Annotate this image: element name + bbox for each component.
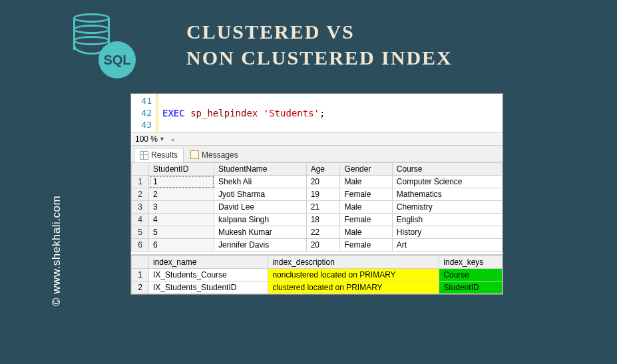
col-header[interactable]: index_keys: [439, 256, 503, 269]
results-tabs: Results Messages: [131, 146, 503, 162]
cell[interactable]: David Lee: [214, 201, 307, 214]
cell[interactable]: 4: [149, 214, 214, 226]
sql-editor[interactable]: 41 42 43 EXEC sp_helpindex 'Students';: [131, 94, 503, 133]
code-line: EXEC sp_helpindex 'Students';: [162, 107, 499, 119]
students-grid-wrap: StudentID StudentName Age Gender Course …: [131, 162, 503, 252]
cell[interactable]: kalpana Singh: [214, 214, 307, 226]
code-line: [162, 95, 499, 107]
cell[interactable]: 2: [149, 188, 214, 201]
code-text-area[interactable]: EXEC sp_helpindex 'Students';: [156, 94, 503, 132]
table-row[interactable]: 1 IX_Students_Course nonclustered locate…: [132, 269, 503, 281]
col-header[interactable]: index_name: [149, 256, 268, 269]
table-row[interactable]: 6 6 Jennifer Davis 20 Female Art: [132, 239, 503, 252]
ssms-window: 41 42 43 EXEC sp_helpindex 'Students'; 1…: [130, 93, 503, 295]
col-header[interactable]: Course: [392, 163, 502, 176]
cell[interactable]: Female: [340, 188, 392, 201]
students-grid[interactable]: StudentID StudentName Age Gender Course …: [131, 162, 503, 252]
col-header[interactable]: StudentID: [149, 163, 214, 176]
cell[interactable]: Jyoti Sharma: [214, 188, 307, 201]
col-header[interactable]: Gender: [340, 163, 392, 176]
table-row[interactable]: 5 5 Mukesh Kumar 22 Male History: [132, 226, 503, 239]
row-num: 1: [132, 269, 149, 281]
copyright-text: © www.shekhali.com: [50, 196, 63, 306]
line-num: 41: [131, 95, 152, 107]
cell[interactable]: Male: [340, 201, 392, 214]
cell[interactable]: nonclustered located on PRIMARY: [268, 269, 439, 281]
indexes-grid[interactable]: index_name index_description index_keys …: [131, 254, 503, 294]
row-header-blank: [132, 163, 149, 176]
sql-badge-icon: SQL: [99, 41, 136, 79]
title-line-1: CLUSTERED VS: [186, 19, 453, 45]
cell[interactable]: History: [392, 226, 502, 239]
cell[interactable]: IX_Students_Course: [149, 269, 268, 281]
row-header-blank: [132, 256, 149, 269]
zoom-bar: 100 % ▼ ◂: [131, 133, 503, 146]
title-line-2: NON CLUSTERED INDEX: [186, 45, 453, 71]
cell[interactable]: clustered located on PRIMARY: [268, 281, 439, 294]
cell[interactable]: 19: [306, 188, 340, 201]
cell[interactable]: Computer Science: [392, 176, 502, 188]
code-line: [162, 119, 499, 131]
col-header[interactable]: index_description: [268, 256, 439, 269]
row-num: 4: [132, 214, 149, 226]
cell[interactable]: 22: [306, 226, 340, 239]
cell[interactable]: 5: [149, 226, 214, 239]
tab-results[interactable]: Results: [134, 148, 184, 162]
tab-messages-label: Messages: [202, 150, 238, 160]
cell[interactable]: Female: [340, 239, 392, 252]
row-num: 3: [132, 201, 149, 214]
messages-icon: [190, 150, 199, 159]
table-row[interactable]: 2 2 Jyoti Sharma 19 Female Mathematics: [132, 188, 503, 201]
row-num: 2: [132, 188, 149, 201]
row-num: 2: [132, 281, 149, 294]
cell[interactable]: 1: [149, 176, 214, 188]
row-num: 1: [132, 176, 149, 188]
cell[interactable]: 21: [306, 201, 340, 214]
line-num: 43: [131, 119, 152, 131]
cell[interactable]: Female: [340, 214, 392, 226]
table-row[interactable]: 1 1 Shekh Ali 20 Male Computer Science: [132, 176, 503, 188]
cell[interactable]: 20: [306, 176, 340, 188]
cell[interactable]: 6: [149, 239, 214, 252]
row-num: 6: [132, 239, 149, 252]
cell[interactable]: IX_Students_StudentID: [149, 281, 268, 294]
cell[interactable]: Chemistry: [392, 201, 502, 214]
cell[interactable]: 18: [306, 214, 340, 226]
zoom-dropdown[interactable]: 100 % ▼: [134, 134, 166, 144]
tab-messages[interactable]: Messages: [185, 148, 244, 162]
table-row[interactable]: 2 IX_Students_StudentID clustered locate…: [132, 281, 503, 294]
cell[interactable]: 20: [306, 239, 340, 252]
cell[interactable]: Mathematics: [392, 188, 502, 201]
cell[interactable]: 3: [149, 201, 214, 214]
row-num: 5: [132, 226, 149, 239]
cell[interactable]: Shekh Ali: [214, 176, 307, 188]
line-num: 42: [131, 107, 152, 119]
cell[interactable]: English: [392, 214, 502, 226]
scroll-left-icon[interactable]: ◂: [169, 135, 176, 144]
col-header[interactable]: StudentName: [214, 163, 307, 176]
cell[interactable]: Art: [392, 239, 502, 252]
cell[interactable]: Mukesh Kumar: [214, 226, 307, 239]
chevron-down-icon: ▼: [159, 136, 165, 142]
col-header[interactable]: Age: [306, 163, 340, 176]
table-row[interactable]: 3 3 David Lee 21 Male Chemistry: [132, 201, 503, 214]
line-number-gutter: 41 42 43: [131, 94, 156, 132]
page-title: CLUSTERED VS NON CLUSTERED INDEX: [186, 19, 453, 71]
tab-results-label: Results: [151, 150, 178, 160]
cell[interactable]: StudentID: [439, 281, 503, 294]
sql-badge-text: SQL: [103, 53, 130, 68]
grid-icon: [140, 151, 148, 160]
cell[interactable]: Course: [439, 269, 503, 281]
cell[interactable]: Male: [340, 176, 392, 188]
cell[interactable]: Male: [340, 226, 392, 239]
zoom-value: 100 %: [135, 134, 158, 144]
cell[interactable]: Jennifer Davis: [214, 239, 307, 252]
table-row[interactable]: 4 4 kalpana Singh 18 Female English: [132, 214, 503, 226]
